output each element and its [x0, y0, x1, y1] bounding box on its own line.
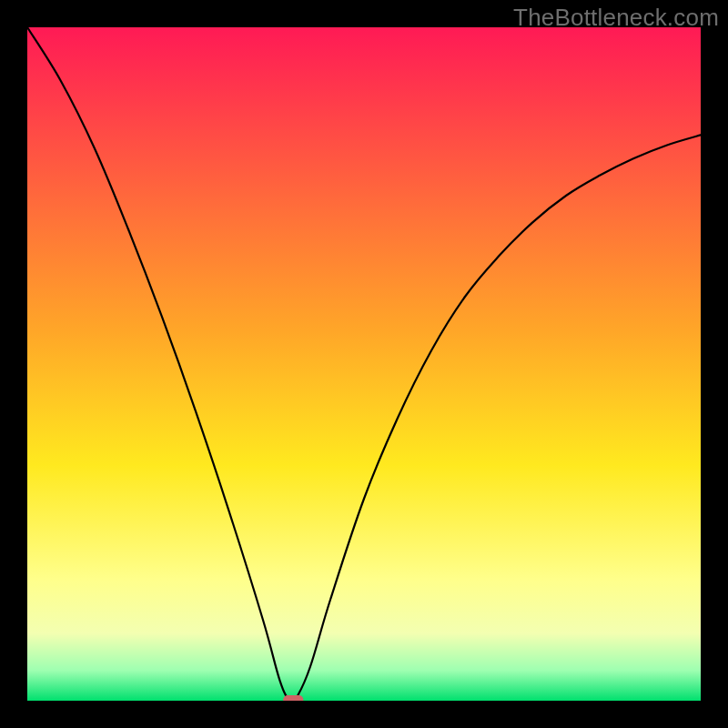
chart-svg — [27, 27, 701, 701]
minimum-marker — [283, 695, 303, 701]
gradient-background — [27, 27, 701, 701]
chart-frame: TheBottleneck.com — [0, 0, 728, 728]
plot-area — [27, 27, 701, 701]
